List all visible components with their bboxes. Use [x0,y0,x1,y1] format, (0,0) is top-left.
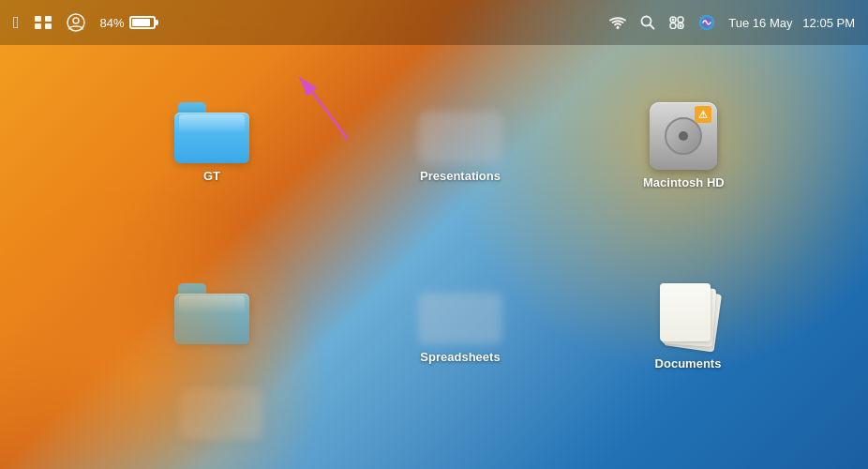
svg-rect-2 [35,23,41,29]
gt-folder-icon[interactable]: GT [169,97,255,189]
menubar:  84% [0,0,868,45]
svg-rect-3 [45,23,52,29]
documents-label: Documents [655,356,722,371]
svg-rect-1 [45,16,52,22]
harddisk-graphic: ⚠ [650,102,717,170]
documents-icon[interactable]: Documents [649,278,727,376]
search-icon[interactable] [640,15,655,30]
menubar-left:  84% [13,13,156,33]
time-display: 12:05 PM [802,16,855,30]
macintosh-hd-label: Macintosh HD [643,175,725,189]
folder-graphic-2 [174,283,249,344]
blurred-graphic [179,388,263,440]
desktop-icons-area: GT Presentations ⚠ Macintosh HD [0,45,868,469]
svg-line-8 [651,25,654,29]
macintosh-hd-icon[interactable]: ⚠ Macintosh HD [637,97,730,195]
presentations-icon[interactable]: Presentations [412,106,508,189]
siri-icon[interactable] [698,14,715,31]
svg-point-13 [672,19,675,22]
apple-logo-icon[interactable]:  [13,13,20,33]
grid-icon[interactable] [35,16,52,29]
bottom-folder-icon[interactable] [169,278,255,356]
arrow-annotation [272,73,384,148]
svg-point-5 [73,18,79,23]
person-circle-icon[interactable] [67,13,85,32]
spreadsheets-graphic [418,293,502,344]
svg-point-6 [617,26,620,29]
gt-folder-label: GT [203,169,220,183]
battery-indicator[interactable]: 84% [100,16,156,30]
battery-percentage: 84% [100,16,125,30]
presentations-graphic [418,112,502,163]
spreadsheets-label: Spreadsheets [420,350,500,364]
svg-point-11 [670,23,676,29]
blurred-bottom-icon[interactable] [173,383,269,446]
control-center-icon[interactable] [668,16,685,29]
datetime-display[interactable]: Tue 16 May 12:05 PM [728,16,855,30]
spreadsheets-icon[interactable]: Spreadsheets [412,287,508,370]
warning-badge: ⚠ [695,106,711,123]
folder-graphic [174,102,249,163]
documents-graphic [654,283,722,351]
battery-icon [129,16,156,29]
wifi-icon[interactable] [608,15,627,30]
menubar-right: Tue 16 May 12:05 PM [608,14,855,31]
presentations-label: Presentations [420,169,501,183]
svg-rect-0 [35,16,41,22]
svg-point-10 [678,17,683,23]
svg-point-14 [680,24,682,27]
date-display: Tue 16 May [728,16,792,30]
desktop:  84% [0,0,868,469]
